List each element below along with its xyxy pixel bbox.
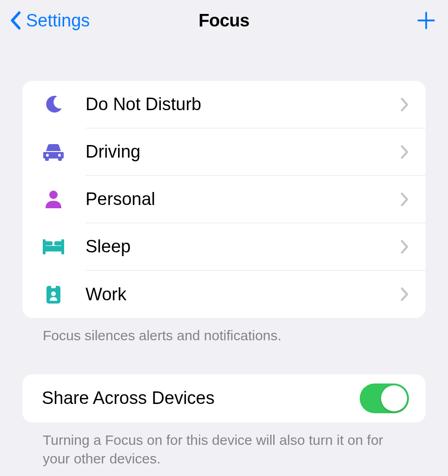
svg-rect-7 [61, 251, 64, 254]
row-driving[interactable]: Driving [42, 128, 426, 176]
toggle-knob [381, 385, 407, 411]
svg-point-14 [51, 291, 56, 296]
row-work[interactable]: Work [42, 271, 426, 318]
back-label: Settings [26, 11, 90, 31]
svg-rect-5 [43, 246, 64, 251]
svg-point-3 [58, 154, 61, 157]
person-icon [42, 188, 65, 211]
row-do-not-disturb[interactable]: Do Not Disturb [42, 81, 426, 128]
page-title: Focus [198, 11, 249, 31]
svg-point-4 [49, 191, 58, 199]
car-icon [42, 140, 65, 164]
row-label: Personal [86, 189, 401, 209]
share-footer-text: Turning a Focus on for this device will … [22, 423, 426, 469]
row-label: Sleep [86, 237, 401, 257]
row-sleep[interactable]: Sleep [42, 223, 426, 271]
svg-rect-13 [51, 284, 56, 288]
row-label: Driving [86, 142, 401, 162]
share-toggle[interactable] [360, 383, 409, 413]
row-personal[interactable]: Personal [42, 176, 426, 223]
focus-modes-list: Do Not Disturb Driving [22, 81, 426, 318]
row-label: Do Not Disturb [86, 94, 401, 114]
svg-point-2 [46, 154, 49, 157]
svg-rect-11 [61, 239, 64, 247]
chevron-right-icon [401, 192, 409, 206]
svg-rect-6 [43, 251, 46, 254]
row-label: Work [86, 284, 401, 304]
navigation-bar: Settings Focus [0, 0, 448, 41]
chevron-left-icon [9, 11, 21, 30]
chevron-right-icon [401, 240, 409, 254]
chevron-right-icon [401, 145, 409, 159]
add-button[interactable] [414, 8, 439, 33]
chevron-right-icon [401, 287, 409, 301]
share-label: Share Across Devices [42, 388, 360, 408]
svg-rect-10 [43, 239, 46, 247]
svg-rect-8 [45, 241, 53, 245]
moon-icon [42, 93, 65, 116]
chevron-right-icon [401, 98, 409, 112]
badge-icon [42, 283, 65, 306]
share-devices-group: Share Across Devices [22, 374, 426, 423]
modes-footer-text: Focus silences alerts and notifications. [22, 318, 426, 345]
plus-icon [416, 11, 436, 30]
back-button[interactable]: Settings [9, 11, 90, 31]
svg-rect-9 [54, 241, 62, 245]
bed-icon [42, 235, 65, 258]
